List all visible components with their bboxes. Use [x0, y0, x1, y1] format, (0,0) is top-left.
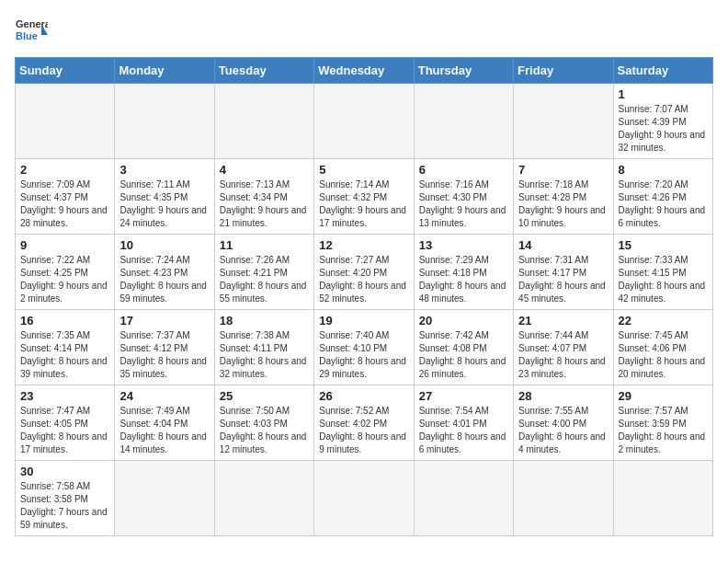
day-cell	[214, 84, 313, 159]
week-row-2: 2Sunrise: 7:09 AM Sunset: 4:37 PM Daylig…	[16, 159, 713, 235]
week-row-4: 16Sunrise: 7:35 AM Sunset: 4:14 PM Dayli…	[16, 310, 713, 385]
day-info: Sunrise: 7:54 AM Sunset: 4:01 PM Dayligh…	[419, 405, 508, 456]
day-cell: 5Sunrise: 7:14 AM Sunset: 4:32 PM Daylig…	[314, 159, 414, 235]
day-number: 11	[220, 238, 309, 252]
day-cell	[115, 84, 214, 159]
day-cell	[214, 461, 313, 536]
calendar-table: SundayMondayTuesdayWednesdayThursdayFrid…	[15, 57, 713, 536]
day-cell: 26Sunrise: 7:52 AM Sunset: 4:02 PM Dayli…	[314, 385, 414, 461]
weekday-friday: Friday	[514, 58, 613, 84]
day-info: Sunrise: 7:14 AM Sunset: 4:32 PM Dayligh…	[319, 178, 408, 230]
day-info: Sunrise: 7:16 AM Sunset: 4:30 PM Dayligh…	[419, 178, 508, 230]
week-row-3: 9Sunrise: 7:22 AM Sunset: 4:25 PM Daylig…	[16, 235, 713, 310]
day-cell: 20Sunrise: 7:42 AM Sunset: 4:08 PM Dayli…	[414, 310, 513, 385]
day-number: 10	[119, 238, 209, 252]
day-cell: 17Sunrise: 7:37 AM Sunset: 4:12 PM Dayli…	[115, 310, 214, 385]
day-info: Sunrise: 7:33 AM Sunset: 4:15 PM Dayligh…	[619, 254, 708, 305]
day-info: Sunrise: 7:20 AM Sunset: 4:26 PM Dayligh…	[619, 178, 708, 230]
day-cell: 22Sunrise: 7:45 AM Sunset: 4:06 PM Dayli…	[613, 310, 712, 385]
day-cell: 16Sunrise: 7:35 AM Sunset: 4:14 PM Dayli…	[16, 310, 115, 385]
weekday-thursday: Thursday	[414, 58, 513, 84]
day-cell: 6Sunrise: 7:16 AM Sunset: 4:30 PM Daylig…	[414, 159, 513, 235]
day-number: 28	[518, 389, 608, 403]
day-number: 21	[518, 314, 608, 327]
day-cell: 13Sunrise: 7:29 AM Sunset: 4:18 PM Dayli…	[414, 235, 513, 310]
day-cell	[514, 84, 613, 159]
day-info: Sunrise: 7:44 AM Sunset: 4:07 PM Dayligh…	[518, 329, 608, 381]
day-info: Sunrise: 7:50 AM Sunset: 4:03 PM Dayligh…	[220, 405, 309, 456]
header: General Blue	[15, 15, 713, 48]
day-number: 9	[20, 238, 109, 252]
day-cell: 19Sunrise: 7:40 AM Sunset: 4:10 PM Dayli…	[314, 310, 414, 385]
weekday-saturday: Saturday	[613, 58, 712, 84]
day-info: Sunrise: 7:27 AM Sunset: 4:20 PM Dayligh…	[319, 254, 408, 305]
day-number: 7	[518, 163, 608, 177]
day-info: Sunrise: 7:37 AM Sunset: 4:12 PM Dayligh…	[119, 329, 209, 381]
day-number: 22	[619, 314, 708, 327]
day-cell: 9Sunrise: 7:22 AM Sunset: 4:25 PM Daylig…	[16, 235, 115, 310]
day-cell: 10Sunrise: 7:24 AM Sunset: 4:23 PM Dayli…	[115, 235, 214, 310]
day-number: 20	[419, 314, 508, 327]
day-cell: 3Sunrise: 7:11 AM Sunset: 4:35 PM Daylig…	[115, 159, 214, 235]
day-info: Sunrise: 7:55 AM Sunset: 4:00 PM Dayligh…	[518, 405, 608, 456]
weekday-sunday: Sunday	[16, 58, 115, 84]
day-number: 24	[119, 389, 209, 403]
day-cell	[314, 84, 414, 159]
weekday-tuesday: Tuesday	[214, 58, 313, 84]
day-number: 27	[419, 389, 508, 403]
day-cell	[314, 461, 414, 536]
day-cell: 18Sunrise: 7:38 AM Sunset: 4:11 PM Dayli…	[214, 310, 313, 385]
day-info: Sunrise: 7:24 AM Sunset: 4:23 PM Dayligh…	[119, 254, 209, 305]
week-row-1: 1Sunrise: 7:07 AM Sunset: 4:39 PM Daylig…	[16, 84, 713, 159]
day-cell: 15Sunrise: 7:33 AM Sunset: 4:15 PM Dayli…	[613, 235, 712, 310]
weekday-header-row: SundayMondayTuesdayWednesdayThursdayFrid…	[16, 58, 713, 84]
day-number: 14	[518, 238, 608, 252]
svg-text:Blue: Blue	[16, 30, 38, 41]
day-info: Sunrise: 7:09 AM Sunset: 4:37 PM Dayligh…	[20, 178, 109, 230]
day-cell	[115, 461, 214, 536]
day-cell	[16, 84, 115, 159]
day-number: 29	[619, 389, 708, 403]
day-info: Sunrise: 7:35 AM Sunset: 4:14 PM Dayligh…	[20, 329, 109, 381]
day-number: 26	[319, 389, 408, 403]
day-info: Sunrise: 7:49 AM Sunset: 4:04 PM Dayligh…	[119, 405, 209, 456]
day-info: Sunrise: 7:38 AM Sunset: 4:11 PM Dayligh…	[220, 329, 309, 381]
day-info: Sunrise: 7:26 AM Sunset: 4:21 PM Dayligh…	[220, 254, 309, 305]
day-number: 16	[20, 314, 109, 327]
weekday-monday: Monday	[115, 58, 214, 84]
day-cell: 21Sunrise: 7:44 AM Sunset: 4:07 PM Dayli…	[514, 310, 613, 385]
day-number: 8	[619, 163, 708, 177]
day-number: 23	[20, 389, 109, 403]
day-cell	[414, 461, 513, 536]
day-number: 6	[419, 163, 508, 177]
day-number: 19	[319, 314, 408, 327]
day-cell: 12Sunrise: 7:27 AM Sunset: 4:20 PM Dayli…	[314, 235, 414, 310]
day-cell: 28Sunrise: 7:55 AM Sunset: 4:00 PM Dayli…	[514, 385, 613, 461]
day-info: Sunrise: 7:45 AM Sunset: 4:06 PM Dayligh…	[619, 329, 708, 381]
day-info: Sunrise: 7:22 AM Sunset: 4:25 PM Dayligh…	[20, 254, 109, 305]
day-number: 2	[20, 163, 109, 177]
day-info: Sunrise: 7:58 AM Sunset: 3:58 PM Dayligh…	[20, 480, 109, 532]
day-cell	[414, 84, 513, 159]
day-number: 17	[119, 314, 209, 327]
day-cell: 25Sunrise: 7:50 AM Sunset: 4:03 PM Dayli…	[214, 385, 313, 461]
day-info: Sunrise: 7:40 AM Sunset: 4:10 PM Dayligh…	[319, 329, 408, 381]
day-cell: 30Sunrise: 7:58 AM Sunset: 3:58 PM Dayli…	[16, 461, 115, 536]
day-cell: 2Sunrise: 7:09 AM Sunset: 4:37 PM Daylig…	[16, 159, 115, 235]
week-row-5: 23Sunrise: 7:47 AM Sunset: 4:05 PM Dayli…	[16, 385, 713, 461]
day-number: 3	[119, 163, 209, 177]
day-info: Sunrise: 7:18 AM Sunset: 4:28 PM Dayligh…	[518, 178, 608, 230]
day-number: 18	[220, 314, 309, 327]
day-info: Sunrise: 7:29 AM Sunset: 4:18 PM Dayligh…	[419, 254, 508, 305]
day-info: Sunrise: 7:52 AM Sunset: 4:02 PM Dayligh…	[319, 405, 408, 456]
day-number: 15	[619, 238, 708, 252]
day-cell	[514, 461, 613, 536]
day-cell: 1Sunrise: 7:07 AM Sunset: 4:39 PM Daylig…	[613, 84, 712, 159]
day-info: Sunrise: 7:11 AM Sunset: 4:35 PM Dayligh…	[119, 178, 209, 230]
day-cell: 8Sunrise: 7:20 AM Sunset: 4:26 PM Daylig…	[613, 159, 712, 235]
day-number: 13	[419, 238, 508, 252]
day-info: Sunrise: 7:47 AM Sunset: 4:05 PM Dayligh…	[20, 405, 109, 456]
day-cell: 11Sunrise: 7:26 AM Sunset: 4:21 PM Dayli…	[214, 235, 313, 310]
day-info: Sunrise: 7:42 AM Sunset: 4:08 PM Dayligh…	[419, 329, 508, 381]
logo-svg: General Blue	[15, 15, 48, 48]
